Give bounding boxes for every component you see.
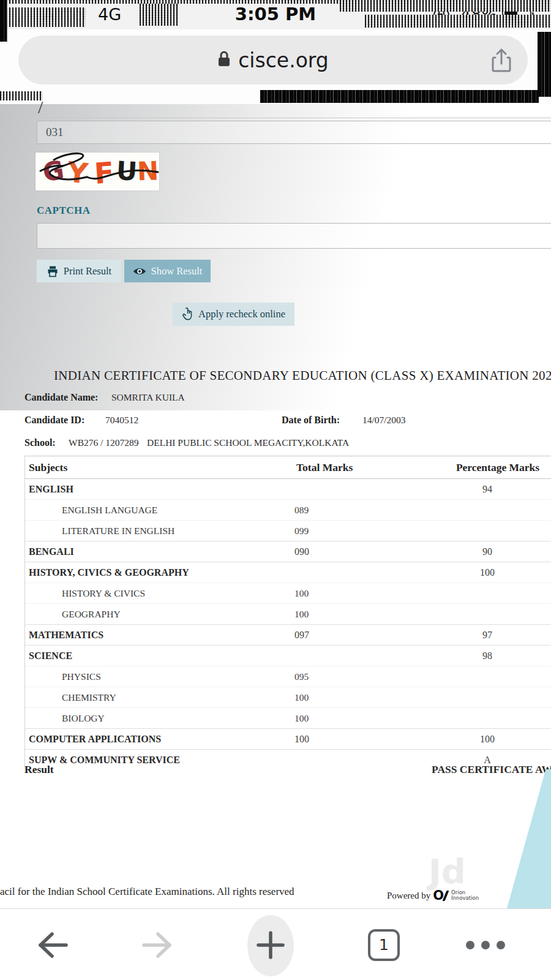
table-row: CHEMISTRY100 xyxy=(25,687,551,707)
back-button[interactable] xyxy=(36,909,70,980)
header-subjects: Subjects xyxy=(29,456,67,478)
total-marks-cell: 089 xyxy=(294,500,309,520)
header-percentage-marks: Percentage Marks xyxy=(429,456,551,478)
glitch-band xyxy=(365,15,551,28)
subject-cell: LITERATURE IN ENGLISH xyxy=(62,521,174,541)
table-row: SCIENCE98 xyxy=(25,645,551,666)
forward-button[interactable] xyxy=(140,909,174,980)
https-lock-icon xyxy=(217,48,231,72)
school-code: WB276 / 1207289 xyxy=(69,437,139,448)
subject-cell: HISTORY & CIVICS xyxy=(62,583,145,603)
table-row: PHYSICS095 xyxy=(25,666,551,687)
subject-cell: COMPUTER APPLICATIONS xyxy=(29,729,161,749)
mobile-screen: Airtel 4G 3:05 PM 48% cisce.org / xyxy=(0,0,551,980)
printer-icon xyxy=(47,265,59,277)
show-result-button[interactable]: Show Result xyxy=(124,260,211,282)
powered-by: Powered by O OrionInnovation xyxy=(387,888,479,903)
ellipsis-icon xyxy=(466,941,505,949)
more-menu-button[interactable] xyxy=(464,909,507,980)
page-shade xyxy=(0,104,551,410)
subject-cell: CHEMISTRY xyxy=(62,687,116,707)
roll-code-input[interactable]: 031 xyxy=(37,121,551,144)
glitch-band xyxy=(0,7,86,27)
new-tab-button[interactable] xyxy=(253,909,288,980)
eye-icon xyxy=(133,266,146,276)
table-row: ENGLISH94 xyxy=(25,479,551,499)
table-row: HISTORY, CIVICS & GEOGRAPHY100 xyxy=(25,562,551,582)
table-row: ENGLISH LANGUAGE089 xyxy=(25,499,551,520)
tabs-button[interactable]: 1 xyxy=(367,909,401,980)
result-value: PASS CERTIFICATE AWA xyxy=(432,763,551,776)
glitch-band xyxy=(538,32,551,97)
subject-cell: HISTORY, CIVICS & GEOGRAPHY xyxy=(29,562,189,582)
subject-cell: MATHEMATICS xyxy=(29,625,103,645)
url-text: cisce.org xyxy=(238,48,329,72)
glitch-band xyxy=(340,1,551,12)
dob-label: Date of Birth: xyxy=(282,415,340,426)
apply-recheck-button[interactable]: Apply recheck online xyxy=(173,303,294,326)
school-label: School: xyxy=(24,437,56,448)
glitch-band xyxy=(0,0,7,42)
address-bar[interactable]: cisce.org xyxy=(18,36,528,85)
total-marks-cell: 097 xyxy=(294,625,309,645)
percentage-cell: 100 xyxy=(429,729,545,749)
captcha-scribble xyxy=(36,153,159,190)
candidate-name-label: Candidate Name: xyxy=(24,392,98,403)
powered-by-text: Powered by xyxy=(387,891,430,901)
percentage-cell: 98 xyxy=(429,646,545,666)
percentage-cell: 94 xyxy=(429,479,545,499)
pointer-hand-icon xyxy=(182,307,193,321)
marks-table: Subjects Total Marks Percentage Marks EN… xyxy=(24,456,551,770)
subject-cell: PHYSICS xyxy=(62,666,101,687)
divider xyxy=(39,118,551,118)
candidate-id-value: 7040512 xyxy=(105,415,138,426)
field-fragment: / xyxy=(38,97,43,118)
total-marks-cell: 100 xyxy=(294,687,309,707)
candidate-name-value: SOMRITA KUILA xyxy=(111,392,185,403)
table-header-row: Subjects Total Marks Percentage Marks xyxy=(25,456,551,479)
total-marks-cell: 100 xyxy=(294,583,309,603)
print-result-label: Print Result xyxy=(64,265,111,277)
percentage-cell: 90 xyxy=(429,541,545,562)
browser-toolbar: 1 xyxy=(0,908,551,980)
total-marks-cell: 100 xyxy=(294,708,309,728)
subject-cell: ENGLISH LANGUAGE xyxy=(62,500,157,520)
captcha-input[interactable] xyxy=(37,223,551,249)
total-marks-cell: 095 xyxy=(294,666,309,687)
apply-recheck-label: Apply recheck online xyxy=(198,308,285,320)
copyright-text: acil for the Indian School Certificate E… xyxy=(0,886,294,898)
result-row: Result PASS CERTIFICATE AWA xyxy=(0,763,551,782)
table-row: BIOLOGY100 xyxy=(25,707,551,728)
subject-cell: BIOLOGY xyxy=(62,708,105,728)
table-row: COMPUTER APPLICATIONS100100 xyxy=(25,728,551,749)
candidate-id-label: Candidate ID: xyxy=(24,415,84,426)
orion-brand-text: OrionInnovation xyxy=(451,890,479,901)
decorative-wedge xyxy=(507,769,551,908)
subject-cell: ENGLISH xyxy=(29,479,73,499)
total-marks-cell: 090 xyxy=(294,541,309,562)
total-marks-cell: 100 xyxy=(294,604,309,624)
tab-count: 1 xyxy=(379,936,389,954)
share-icon[interactable] xyxy=(491,48,512,76)
show-result-label: Show Result xyxy=(151,265,203,277)
print-result-button[interactable]: Print Result xyxy=(37,260,121,282)
table-row: HISTORY & CIVICS100 xyxy=(25,582,551,603)
result-label: Result xyxy=(24,763,54,776)
glitch-band xyxy=(260,90,539,103)
dob-value: 14/07/2003 xyxy=(362,415,406,426)
total-marks-cell: 099 xyxy=(294,521,309,541)
glitch-band xyxy=(140,4,179,26)
subject-cell: GEOGRAPHY xyxy=(62,604,121,624)
table-row: BENGALI09090 xyxy=(25,541,551,562)
orion-logo-icon: O xyxy=(433,888,447,903)
glitch-band xyxy=(0,91,43,100)
percentage-cell: 97 xyxy=(429,625,545,645)
table-body: ENGLISH94ENGLISH LANGUAGE089LITERATURE I… xyxy=(25,479,551,770)
table-row: MATHEMATICS09797 xyxy=(25,624,551,645)
captcha-image: G Y F U N xyxy=(36,153,159,190)
subject-cell: BENGALI xyxy=(29,541,74,562)
subject-cell: SCIENCE xyxy=(29,646,72,666)
school-name: DELHI PUBLIC SCHOOL MEGACITY,KOLKATA xyxy=(147,437,349,448)
table-row: LITERATURE IN ENGLISH099 xyxy=(25,520,551,541)
header-total-marks: Total Marks xyxy=(296,456,353,478)
